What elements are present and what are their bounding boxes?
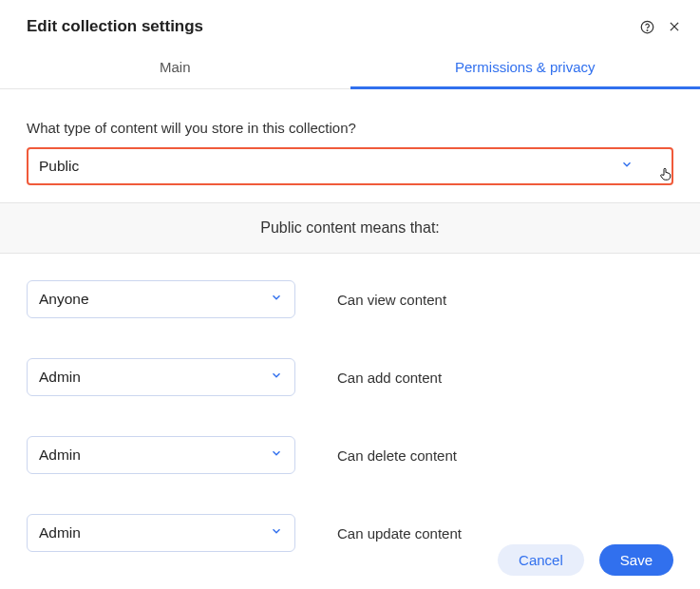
- content-type-value: Public: [39, 158, 79, 175]
- chevron-down-icon: [270, 524, 283, 542]
- permission-select-value: Admin: [39, 524, 81, 542]
- help-icon[interactable]: [640, 20, 654, 34]
- header-icons: [640, 20, 681, 34]
- permission-label: Can delete content: [337, 447, 457, 464]
- footer: Cancel Save: [498, 544, 673, 576]
- svg-point-1: [647, 29, 648, 30]
- chevron-down-icon: [270, 369, 283, 386]
- chevron-down-icon: [270, 446, 283, 464]
- chevron-down-icon: [270, 291, 283, 308]
- close-icon[interactable]: [668, 20, 681, 33]
- content-type-banner: Public content means that:: [0, 202, 700, 254]
- permission-delete-select[interactable]: Admin: [27, 436, 295, 474]
- permission-add-select[interactable]: Admin: [27, 358, 295, 396]
- permission-label: Can add content: [337, 370, 442, 386]
- permission-select-value: Admin: [39, 369, 81, 386]
- modal-header: Edit collection settings: [0, 0, 700, 46]
- permission-label: Can view content: [337, 292, 446, 308]
- content-type-question: What type of content will you store in t…: [27, 120, 673, 136]
- permissions-list: Anyone Can view content Admin Can add co…: [0, 254, 700, 552]
- permission-label: Can update content: [337, 525, 462, 542]
- permission-row: Anyone Can view content: [27, 280, 673, 318]
- content-type-select[interactable]: Public: [27, 147, 673, 185]
- modal-title: Edit collection settings: [27, 17, 203, 36]
- content-area: What type of content will you store in t…: [0, 89, 700, 185]
- permission-select-value: Anyone: [39, 291, 89, 308]
- permission-view-select[interactable]: Anyone: [27, 280, 295, 318]
- chevron-down-icon: [620, 158, 634, 175]
- permission-row: Admin Can add content: [27, 358, 673, 396]
- permission-select-value: Admin: [39, 446, 81, 464]
- tab-main[interactable]: Main: [0, 46, 350, 88]
- permission-update-select[interactable]: Admin: [27, 514, 295, 552]
- cancel-button[interactable]: Cancel: [498, 544, 584, 576]
- tab-permissions[interactable]: Permissions & privacy: [350, 46, 701, 88]
- permission-row: Admin Can delete content: [27, 436, 673, 474]
- tabs: Main Permissions & privacy: [0, 46, 700, 89]
- save-button[interactable]: Save: [599, 544, 673, 576]
